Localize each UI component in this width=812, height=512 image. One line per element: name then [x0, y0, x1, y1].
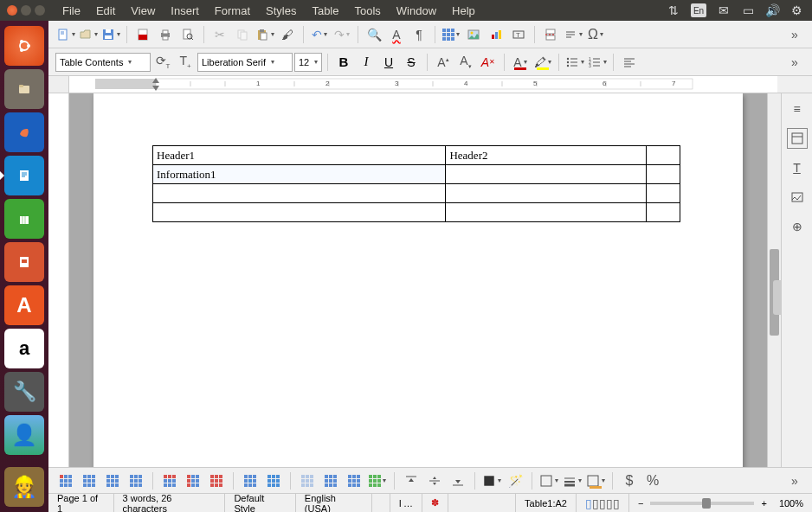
menu-tools[interactable]: Tools [347, 2, 387, 20]
status-language[interactable]: English (USA) [296, 494, 372, 512]
open-button[interactable] [78, 24, 99, 45]
insert-col-left-button[interactable] [102, 470, 123, 491]
table-cell[interactable] [153, 203, 446, 222]
table-cell-active[interactable]: Information1 [153, 165, 446, 184]
zoom-in-icon[interactable]: + [761, 498, 766, 509]
launcher-software-center[interactable]: A [4, 285, 44, 325]
new-style-button[interactable]: T+ [175, 52, 196, 73]
sound-indicator-icon[interactable]: 🔊 [765, 3, 779, 17]
sidebar-gallery-button[interactable] [787, 187, 808, 208]
delete-col-button[interactable] [183, 470, 203, 491]
table-cell[interactable] [446, 184, 646, 203]
autoformat-button[interactable] [367, 470, 388, 491]
toolbar-overflow-button[interactable]: » [784, 24, 805, 45]
formatting-overflow-button[interactable]: » [784, 52, 805, 73]
align-center-v-button[interactable] [424, 470, 445, 491]
launcher-dash[interactable] [4, 26, 44, 66]
font-size-combo[interactable]: 12 [294, 53, 322, 72]
menu-format[interactable]: Format [208, 2, 257, 20]
launcher-calc[interactable] [4, 199, 44, 239]
battery-indicator-icon[interactable]: ▭ [741, 3, 755, 17]
cell-bg-color-button[interactable] [481, 470, 502, 491]
zoom-out-icon[interactable]: − [638, 498, 643, 509]
optimize-button[interactable] [344, 470, 364, 491]
menu-view[interactable]: View [124, 2, 162, 20]
window-close-button[interactable] [7, 5, 17, 16]
export-pdf-button[interactable] [132, 24, 153, 45]
insert-textbox-button[interactable]: T [508, 24, 529, 45]
table-cell[interactable] [446, 203, 646, 222]
delete-table-button[interactable] [206, 470, 227, 491]
vertical-ruler[interactable] [48, 93, 69, 467]
table-cell[interactable] [646, 146, 680, 165]
border-color-button[interactable] [585, 470, 606, 491]
align-top-button[interactable] [401, 470, 422, 491]
merge-cells-button[interactable] [297, 470, 318, 491]
table-cell[interactable] [646, 184, 680, 203]
document-canvas[interactable]: Header1 Header2 Information1 [69, 93, 767, 467]
highlight-color-button[interactable]: 🖍 [532, 52, 553, 73]
number-format-percent-button[interactable]: % [642, 470, 663, 491]
sidebar-properties-button[interactable] [787, 128, 808, 149]
insert-row-below-button[interactable] [79, 470, 100, 491]
system-gear-icon[interactable]: ⚙ [789, 3, 803, 17]
autoformat-table-button[interactable]: 🪄 [505, 470, 525, 491]
status-selection-mode[interactable]: I… [390, 494, 422, 512]
zoom-slider-thumb[interactable] [702, 498, 711, 509]
launcher-settings[interactable]: 🔧 [4, 372, 44, 412]
status-page-style[interactable]: Default Style [225, 494, 295, 512]
menu-styles[interactable]: Styles [259, 2, 303, 20]
launcher-files[interactable] [4, 69, 44, 109]
align-bottom-button[interactable] [448, 470, 468, 491]
status-insert-mode[interactable] [372, 494, 390, 512]
status-signature[interactable] [448, 494, 516, 512]
document-table[interactable]: Header1 Header2 Information1 [152, 145, 680, 222]
zoom-slider[interactable] [650, 502, 754, 505]
find-button[interactable]: 🔍 [364, 24, 384, 45]
horizontal-ruler[interactable]: 1 2 3 4 5 6 7 [69, 76, 777, 93]
insert-page-break-button[interactable] [540, 24, 561, 45]
insert-field-button[interactable] [563, 24, 583, 45]
strikethrough-button[interactable]: S [401, 52, 422, 73]
align-left-button[interactable] [619, 52, 640, 73]
sidebar-collapse-handle[interactable] [773, 280, 782, 315]
launcher-app-other[interactable]: 👤 [4, 415, 44, 455]
formatting-marks-button[interactable]: ¶ [409, 24, 429, 45]
redo-button[interactable]: ↷ [332, 24, 352, 45]
sidebar-navigator-button[interactable]: ⊕ [787, 216, 808, 237]
launcher-writer[interactable] [4, 156, 44, 195]
launcher-trash[interactable]: 👷 [4, 467, 44, 507]
mail-indicator-icon[interactable]: ✉ [717, 3, 731, 17]
menu-file[interactable]: File [55, 2, 87, 20]
window-maximize-button[interactable] [35, 5, 45, 16]
spellcheck-button[interactable]: A [386, 24, 407, 45]
font-color-button[interactable]: A [510, 52, 531, 73]
print-button[interactable] [155, 24, 176, 45]
border-style-button[interactable] [562, 470, 583, 491]
select-cell-button[interactable] [240, 470, 261, 491]
print-preview-button[interactable] [177, 24, 198, 45]
menu-help[interactable]: Help [445, 2, 482, 20]
menu-table[interactable]: Table [305, 2, 345, 20]
table-cell[interactable]: Header2 [446, 146, 646, 165]
new-document-button[interactable] [55, 24, 76, 45]
menu-insert[interactable]: Insert [164, 2, 206, 20]
numbered-list-button[interactable]: 123 [587, 52, 608, 73]
split-cells-button[interactable] [320, 470, 341, 491]
zoom-percent[interactable]: 100% [770, 494, 812, 512]
font-name-combo[interactable]: Liberation Serif [197, 53, 293, 72]
insert-special-char-button[interactable]: Ω [585, 24, 606, 45]
underline-button[interactable]: U [378, 52, 399, 73]
subscript-button[interactable]: A▾ [455, 52, 476, 73]
update-style-button[interactable]: ⟳T [152, 52, 173, 73]
save-button[interactable] [100, 24, 121, 45]
document-page[interactable]: Header1 Header2 Information1 [93, 93, 743, 467]
table-cell[interactable]: Header1 [153, 146, 446, 165]
window-minimize-button[interactable] [21, 5, 31, 16]
sidebar-styles-button[interactable]: T [787, 157, 808, 178]
paste-button[interactable] [255, 24, 275, 45]
borders-button[interactable] [538, 470, 559, 491]
status-view-layout[interactable]: ▯ ▯▯ ▯▯ [577, 494, 629, 512]
bullet-list-button[interactable] [564, 52, 585, 73]
launcher-firefox[interactable] [4, 112, 44, 152]
